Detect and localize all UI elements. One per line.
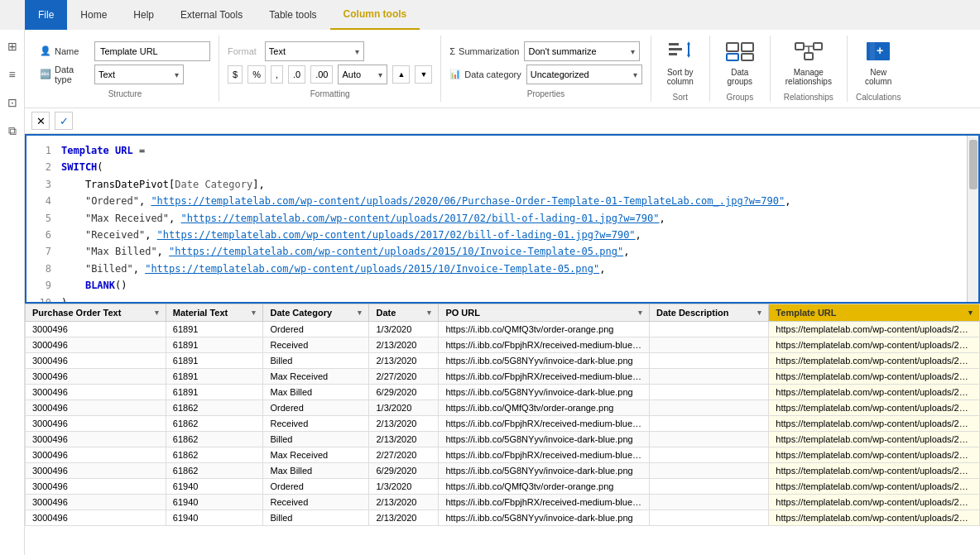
filter-icon-pot[interactable]: ▾ [155,309,159,317]
auto-select[interactable]: Auto [338,65,387,84]
table-cell: 61862 [166,447,263,463]
table-cell [649,463,768,479]
new-column-icon: + [863,40,893,66]
table-cell: 61862 [166,400,263,416]
format-row: Format Text General Number [228,41,432,61]
table-cell: 3000496 [26,369,166,385]
table-cell: https://i.ibb.co/5G8NYyv/invoice-dark-bl… [439,385,650,400]
table-cell: 2/13/2020 [369,495,439,510]
datatype-select[interactable]: Text Whole Number Decimal Number Date/Ti… [94,65,184,84]
filter-icon-tu[interactable]: ▾ [968,309,973,317]
name-row: 👤 Name [40,41,210,61]
table-cell: 3000496 [26,416,166,432]
table-cell [649,400,768,416]
table-cell: 61940 [166,510,263,526]
data-table-container[interactable]: Purchase Order Text ▾ Material Text ▾ Da… [25,304,980,555]
table-cell: https://templatelab.com/wp-content/uploa… [769,385,980,400]
data-groups-btn[interactable]: Data groups [718,36,761,89]
table-cell: https://templatelab.com/wp-content/uploa… [769,432,980,447]
table-cell: https://templatelab.com/wp-content/uploa… [769,337,980,353]
ribbon-group-groups: Data groups Groups [710,36,771,102]
side-panel: ⊞ ≡ ⊡ ⧉ [0,30,25,555]
sort-by-column-btn[interactable]: Sort by column [660,36,701,89]
col-date[interactable]: Date ▾ [369,304,439,322]
table-cell: Received [263,495,369,510]
format-select[interactable]: Text General Number [265,41,364,61]
tab-external-tools[interactable]: External Tools [167,0,256,30]
dec-inc-btn[interactable]: .00 [310,65,333,84]
confirm-formula-btn[interactable]: ✓ [55,112,73,130]
table-cell [649,353,768,369]
filter-icon-date[interactable]: ▾ [427,309,431,317]
table-cell: https://i.ibb.co/5G8NYyv/invoice-dark-bl… [439,510,650,526]
summarization-select[interactable]: Don't summarize Sum Average [524,41,640,61]
formula-editor[interactable]: 1Template URL = 2SWITCH( 3 TransDatePivo… [25,134,980,304]
datatype-row: 🔤 Data type Text Whole Number Decimal Nu… [40,65,210,84]
table-cell: 3000496 [26,400,166,416]
calculations-label: Calculations [856,93,901,102]
table-cell: Billed [263,353,369,369]
filter-icon-dc[interactable]: ▾ [358,309,362,317]
col-purchase-order-text[interactable]: Purchase Order Text ▾ [26,304,166,322]
up-btn[interactable]: ▲ [392,65,410,84]
col-date-description[interactable]: Date Description ▾ [649,304,768,322]
filter-icon-pu[interactable]: ▾ [638,309,642,317]
side-icon-view[interactable]: ⧉ [2,121,22,141]
table-cell [649,432,768,447]
down-btn[interactable]: ▼ [415,65,432,84]
new-column-btn[interactable]: + New column [856,36,901,89]
tab-table-tools[interactable]: Table tools [256,0,329,30]
table-cell: 61940 [166,495,263,510]
col-material-text[interactable]: Material Text ▾ [166,304,263,322]
table-row: 300049661862Received2/13/2020https://i.i… [26,416,980,432]
dec-dec-btn[interactable]: .0 [288,65,305,84]
comma-btn[interactable]: , [271,65,283,84]
side-icon-report[interactable]: ⊞ [2,36,22,56]
col-template-url[interactable]: Template URL ▾ [769,304,980,322]
tab-help[interactable]: Help [120,0,167,30]
datacategory-row: 📊 Data category Uncategorized Address Ci… [449,65,641,84]
tab-bar: File Home Help External Tools Table tool… [25,0,980,30]
table-cell: Ordered [263,400,369,416]
manage-relationships-btn[interactable]: Manage relationships [779,36,838,89]
table-row: 300049661862Ordered1/3/2020https://i.ibb… [26,400,980,416]
filter-icon-mt[interactable]: ▾ [252,309,256,317]
side-icon-data[interactable]: ≡ [2,65,22,84]
table-cell: Max Billed [263,463,369,479]
name-input[interactable] [94,41,210,61]
svg-rect-1 [669,48,682,50]
table-cell: 1/3/2020 [369,400,439,416]
filter-icon-dd[interactable]: ▾ [757,309,761,317]
table-cell: Received [263,416,369,432]
formula-scrollbar[interactable] [967,136,978,302]
table-row: 300049661940Billed2/13/2020https://i.ibb… [26,510,980,526]
table-cell: https://templatelab.com/wp-content/uploa… [769,369,980,385]
table-cell [649,337,768,353]
table-header-row: Purchase Order Text ▾ Material Text ▾ Da… [26,304,980,322]
ribbon-group-calculations: + New column Calculations [848,36,909,102]
col-po-url[interactable]: PO URL ▾ [439,304,650,322]
tab-file[interactable]: File [25,0,67,30]
dollar-btn[interactable]: $ [228,65,243,84]
svg-rect-9 [742,54,753,60]
structure-label: Structure [40,89,210,98]
datacategory-select[interactable]: Uncategorized Address City [526,65,642,84]
table-cell: 61891 [166,369,263,385]
table-row: 300049661862Billed2/13/2020https://i.ibb… [26,432,980,447]
summarization-dropdown-wrapper: Don't summarize Sum Average [524,41,640,61]
table-cell: Ordered [263,322,369,337]
sum-icon: Σ [449,46,455,56]
formula-scroll-thumb [969,140,978,189]
svg-rect-11 [814,43,822,50]
cancel-formula-btn[interactable]: ✕ [31,112,50,130]
table-cell: https://i.ibb.co/QMfQ3tv/order-orange.pn… [439,479,650,495]
side-icon-model[interactable]: ⊡ [2,93,22,112]
ribbon-group-properties: Σ Summarization Don't summarize Sum Aver… [441,36,651,102]
tab-column-tools[interactable]: Column tools [330,0,420,30]
col-date-category[interactable]: Date Category ▾ [263,304,369,322]
summarization-label: Σ Summarization [449,46,519,56]
table-cell [649,416,768,432]
table-cell: 6/29/2020 [369,385,439,400]
percent-btn[interactable]: % [247,65,266,84]
tab-home[interactable]: Home [67,0,120,30]
